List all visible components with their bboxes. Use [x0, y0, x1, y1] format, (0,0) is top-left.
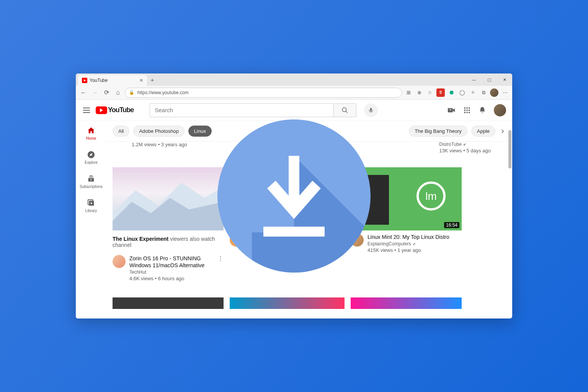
home-button[interactable]: ⌂: [113, 88, 122, 97]
youtube-favicon-icon: [82, 78, 87, 83]
refresh-button[interactable]: ⟳: [102, 88, 111, 97]
shield-extension-icon[interactable]: ⬣: [447, 88, 456, 97]
search-input[interactable]: [150, 103, 333, 117]
channel-name[interactable]: DistroTube ✔: [439, 142, 491, 147]
browser-toolbar: ← → ⟳ ⌂ 🔒 https://www.youtube.com ⊞ ⊕ ☆ …: [76, 86, 512, 100]
window-controls: — ▢ ✕: [466, 74, 512, 86]
svg-rect-30: [263, 227, 325, 237]
chip-all[interactable]: All: [113, 126, 129, 137]
svg-rect-13: [466, 112, 467, 113]
back-button[interactable]: ←: [79, 88, 88, 97]
download-overlay-icon: [217, 119, 371, 273]
svg-rect-7: [466, 107, 467, 108]
url-text: https://www.youtube.com: [137, 90, 188, 95]
chip-apple[interactable]: Apple: [471, 126, 495, 137]
svg-rect-8: [469, 107, 470, 108]
video-thumbnail[interactable]: [351, 297, 462, 309]
explore-icon: [87, 150, 95, 159]
search-button[interactable]: [333, 103, 356, 117]
sidebar-item-subscriptions[interactable]: Subscriptions: [78, 171, 105, 193]
titlebar: YouTube ✕ + — ▢ ✕: [76, 74, 512, 86]
video-meta: 4.6K views • 6 hours ago: [129, 276, 214, 281]
youtube-logo[interactable]: YouTube: [96, 106, 134, 114]
zoom-icon[interactable]: ⊕: [415, 88, 423, 97]
grid-icon: [463, 106, 471, 114]
sidebar-item-label: Library: [85, 209, 97, 213]
adblock-extension-icon[interactable]: 0: [436, 88, 445, 97]
search-icon: [341, 107, 348, 114]
browser-tab[interactable]: YouTube ✕: [78, 75, 147, 86]
browser-menu-button[interactable]: ⋯: [501, 88, 509, 97]
maximize-button[interactable]: ▢: [482, 74, 497, 86]
user-avatar[interactable]: [494, 104, 506, 116]
video-title[interactable]: Linux Mint 20: My Top Linux Distro: [368, 234, 449, 240]
microphone-icon: [368, 107, 374, 113]
channel-avatar[interactable]: [113, 255, 126, 268]
video-meta: 13K views • 5 days ago: [439, 148, 491, 154]
browser-window: YouTube ✕ + — ▢ ✕ ← → ⟳ ⌂ 🔒 https://www.…: [76, 74, 512, 318]
youtube-header: YouTube: [76, 100, 512, 121]
profile-avatar[interactable]: [490, 88, 498, 97]
svg-rect-12: [464, 112, 466, 113]
sidebar-item-label: Home: [86, 136, 96, 140]
video-thumbnail[interactable]: [113, 167, 224, 230]
video-thumbnail[interactable]: [230, 297, 345, 309]
favorites-icon[interactable]: ☆: [426, 88, 434, 97]
svg-rect-2: [370, 108, 372, 111]
scrollbar[interactable]: [508, 130, 511, 168]
extension-icon[interactable]: ◯: [458, 88, 466, 97]
sidebar-item-library[interactable]: Library: [78, 195, 105, 217]
video-plus-icon: [447, 106, 456, 114]
svg-line-1: [346, 111, 348, 113]
new-tab-button[interactable]: +: [147, 74, 158, 86]
svg-rect-18: [90, 175, 92, 176]
chevron-right-icon: [499, 128, 506, 135]
forward-button[interactable]: →: [90, 88, 100, 97]
lock-icon: 🔒: [129, 90, 134, 95]
verified-icon: ✔: [463, 142, 466, 147]
library-icon: [87, 199, 95, 207]
svg-rect-11: [469, 109, 470, 111]
video-thumbnail[interactable]: [113, 297, 224, 309]
youtube-header-actions: [447, 104, 506, 116]
sidebar-item-explore[interactable]: Explore: [78, 147, 105, 168]
tab-title: YouTube: [90, 78, 108, 83]
minimize-button[interactable]: —: [466, 74, 482, 86]
create-button[interactable]: [447, 106, 456, 114]
chip-scroll-right-button[interactable]: [499, 128, 506, 135]
hamburger-menu-button[interactable]: [82, 106, 91, 115]
youtube-logo-text: YouTube: [108, 106, 134, 114]
collections-icon[interactable]: ⧉: [479, 88, 488, 97]
video-shelf-partial: [113, 291, 506, 315]
svg-rect-14: [469, 112, 470, 113]
notifications-button[interactable]: [479, 106, 486, 114]
tab-close-button[interactable]: ✕: [139, 78, 143, 83]
favorites-bar-icon[interactable]: ✧: [469, 88, 477, 97]
chip-linux[interactable]: Linux: [188, 126, 212, 137]
apps-button[interactable]: [463, 106, 471, 114]
sidebar-item-label: Explore: [85, 160, 98, 165]
voice-search-button[interactable]: [364, 103, 378, 117]
extensions-icon[interactable]: ⊞: [404, 88, 413, 97]
search-bar: [150, 103, 356, 117]
sidebar-item-home[interactable]: Home: [78, 122, 105, 144]
bell-icon: [479, 106, 486, 114]
chip-photoshop[interactable]: Adobe Photoshop: [133, 126, 184, 137]
chip-big-bang-theory[interactable]: The Big Bang Theory: [409, 126, 467, 137]
close-window-button[interactable]: ✕: [497, 74, 512, 86]
video-title[interactable]: Zorin OS 16 Pro - STUNNING Windows 11/ma…: [129, 255, 214, 269]
svg-rect-10: [466, 109, 467, 111]
svg-rect-6: [464, 107, 466, 108]
address-bar[interactable]: 🔒 https://www.youtube.com: [125, 88, 402, 98]
sidebar-item-label: Subscriptions: [80, 185, 103, 189]
svg-rect-5: [450, 108, 451, 111]
shelf-header: The Linux Experiment viewers also watch …: [113, 232, 224, 252]
svg-point-0: [343, 108, 347, 112]
svg-text:lm: lm: [425, 190, 437, 202]
video-card[interactable]: The Linux Experiment viewers also watch …: [113, 167, 224, 281]
verified-icon: ✔: [413, 242, 416, 246]
channel-name[interactable]: ExplainingComputers ✔: [368, 241, 449, 247]
channel-name[interactable]: TechHut: [129, 270, 214, 275]
home-icon: [87, 126, 95, 135]
svg-rect-9: [464, 109, 466, 111]
